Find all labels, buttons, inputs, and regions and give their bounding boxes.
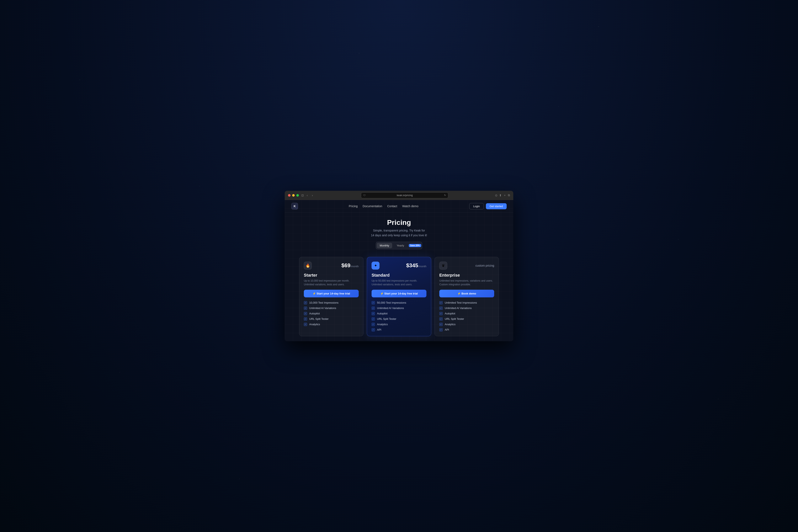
plan-standard: ✦ $345/month Standard Up to 50,000 test …	[367, 257, 431, 336]
check-icon: ✓	[439, 312, 443, 315]
check-icon: ✓	[439, 317, 443, 321]
forward-button[interactable]: ›	[311, 193, 314, 198]
back-button[interactable]: ‹	[305, 193, 309, 198]
starter-price: $69/month	[341, 262, 359, 269]
list-item: ✓ Autopilot	[439, 312, 494, 315]
enterprise-icon: ♛	[439, 262, 447, 269]
check-icon: ✓	[372, 317, 375, 321]
standard-plan-name: Standard	[372, 273, 426, 278]
nav-pricing[interactable]: Pricing	[349, 205, 358, 208]
list-item: ✓ Autopilot	[304, 312, 359, 315]
check-icon: ✓	[304, 306, 307, 310]
standard-features: ✓ 50,000 Test Impressions ✓ Unlimited AI…	[372, 301, 426, 331]
nav-documentation[interactable]: Documentation	[363, 205, 382, 208]
check-icon: ✓	[439, 328, 443, 331]
nav-actions: Login Get started	[469, 203, 507, 209]
nav-watch-demo[interactable]: Watch demo	[402, 205, 419, 208]
pricing-hero: Pricing Simple, transparent pricing. Try…	[285, 213, 513, 253]
list-item: ✓ Analytics	[304, 323, 359, 326]
list-item: ✓ URL Split Tester	[372, 317, 426, 321]
list-item: ✓ API	[372, 328, 426, 331]
enterprise-plan-name: Enterprise	[439, 273, 494, 278]
pricing-subtitle: Simple, transparent pricing. Try Keak fo…	[366, 228, 432, 238]
check-icon: ✓	[304, 317, 307, 321]
enterprise-description: Unlimited test impressions, variations a…	[439, 279, 494, 286]
plan-starter: 🔥 $69/month Starter Up to 10,000 test im…	[299, 257, 363, 336]
list-item: ✓ Unlimited AI Variations	[439, 306, 494, 310]
list-item: ✓ API	[439, 328, 494, 331]
starter-price-period: /month	[350, 265, 359, 268]
refresh-icon[interactable]: ↻	[444, 194, 446, 196]
list-item: ✓ 50,000 Test Impressions	[372, 301, 426, 304]
standard-description: Up to 50,000 test impressions per month.…	[372, 279, 426, 286]
get-started-button[interactable]: Get started	[486, 203, 507, 209]
save-badge: Save 20%	[409, 244, 421, 247]
enterprise-features: ✓ Unlimited Test Impressions ✓ Unlimited…	[439, 301, 494, 331]
new-tab-icon[interactable]: ＋	[503, 193, 506, 197]
check-icon: ✓	[372, 328, 375, 331]
starter-features: ✓ 10,000 Test Impressions ✓ Unlimited AI…	[304, 301, 359, 326]
check-icon: ✓	[439, 323, 443, 326]
list-item: ✓ Unlimited AI Variations	[372, 306, 426, 310]
list-item: ✓ Unlimited Test Impressions	[439, 301, 494, 304]
card-header-enterprise: ♛ custom pricing	[439, 262, 494, 269]
starter-cta-button[interactable]: ⚡ Start your 14-day free trial	[304, 290, 359, 297]
address-bar[interactable]: 🛡 keak.io/pricing ↻	[361, 192, 448, 198]
standard-price: $345/month	[406, 262, 426, 269]
sidebar-icon[interactable]: ⊡	[301, 194, 304, 197]
list-item: ✓ Analytics	[439, 323, 494, 326]
yearly-toggle[interactable]: Yearly	[394, 243, 407, 248]
address-bar-container: 🛡 keak.io/pricing ↻	[317, 192, 493, 198]
lock-icon: 🛡	[363, 194, 365, 196]
card-header-starter: 🔥 $69/month	[304, 262, 359, 269]
tabs-icon[interactable]: ⧉	[508, 193, 510, 197]
standard-cta-button[interactable]: ⚡ Start your 14-day free trial	[372, 290, 426, 297]
billing-toggle: Monthly Yearly Save 20%	[376, 242, 422, 249]
logo: K	[291, 203, 298, 209]
enterprise-price: custom pricing	[475, 264, 494, 267]
browser-titlebar: ⊡ ‹ › 🛡 keak.io/pricing ↻ ⊙ ⬆ ＋ ⧉	[285, 191, 513, 200]
maximize-button[interactable]	[296, 194, 299, 196]
navigation: K Pricing Documentation Contact Watch de…	[285, 200, 513, 213]
login-button[interactable]: Login	[469, 203, 484, 209]
plan-enterprise: ♛ custom pricing Enterprise Unlimited te…	[435, 257, 499, 336]
check-icon: ✓	[304, 301, 307, 304]
downloads-icon[interactable]: ⊙	[495, 194, 497, 197]
share-icon[interactable]: ⬆	[499, 194, 502, 197]
close-button[interactable]	[288, 194, 290, 196]
starter-icon: 🔥	[304, 262, 312, 269]
enterprise-cta-button[interactable]: ⚡ Book demo	[439, 290, 494, 297]
check-icon: ✓	[372, 323, 375, 326]
check-icon: ✓	[304, 323, 307, 326]
browser-right-controls: ⊙ ⬆ ＋ ⧉	[495, 193, 510, 197]
page-content: K Pricing Documentation Contact Watch de…	[285, 200, 513, 341]
standard-icon: ✦	[372, 262, 379, 269]
list-item: ✓ 10,000 Test Impressions	[304, 301, 359, 304]
check-icon: ✓	[439, 301, 443, 304]
list-item: ✓ Analytics	[372, 323, 426, 326]
standard-price-amount: $345	[406, 262, 418, 268]
starter-plan-name: Starter	[304, 273, 359, 278]
monthly-toggle[interactable]: Monthly	[377, 243, 392, 248]
card-header-standard: ✦ $345/month	[372, 262, 426, 269]
list-item: ✓ Autopilot	[372, 312, 426, 315]
list-item: ✓ Unlimited AI Variations	[304, 306, 359, 310]
starter-description: Up to 10,000 test impressions per month.…	[304, 279, 359, 286]
nav-links: Pricing Documentation Contact Watch demo	[305, 205, 462, 208]
enterprise-custom-pricing: custom pricing	[475, 264, 494, 267]
check-icon: ✓	[439, 306, 443, 310]
list-item: ✓ URL Split Tester	[439, 317, 494, 321]
browser-controls: ⊡ ‹ ›	[301, 193, 314, 198]
standard-price-period: /month	[418, 265, 426, 268]
traffic-lights	[288, 194, 299, 196]
browser-window: ⊡ ‹ › 🛡 keak.io/pricing ↻ ⊙ ⬆ ＋ ⧉ K Pric…	[285, 191, 513, 341]
check-icon: ✓	[304, 312, 307, 315]
check-icon: ✓	[372, 312, 375, 315]
check-icon: ✓	[372, 306, 375, 310]
starter-price-amount: $69	[341, 262, 350, 268]
check-icon: ✓	[372, 301, 375, 304]
nav-contact[interactable]: Contact	[387, 205, 397, 208]
address-url: keak.io/pricing	[367, 194, 442, 197]
pricing-cards: 🔥 $69/month Starter Up to 10,000 test im…	[285, 253, 513, 341]
minimize-button[interactable]	[292, 194, 295, 196]
